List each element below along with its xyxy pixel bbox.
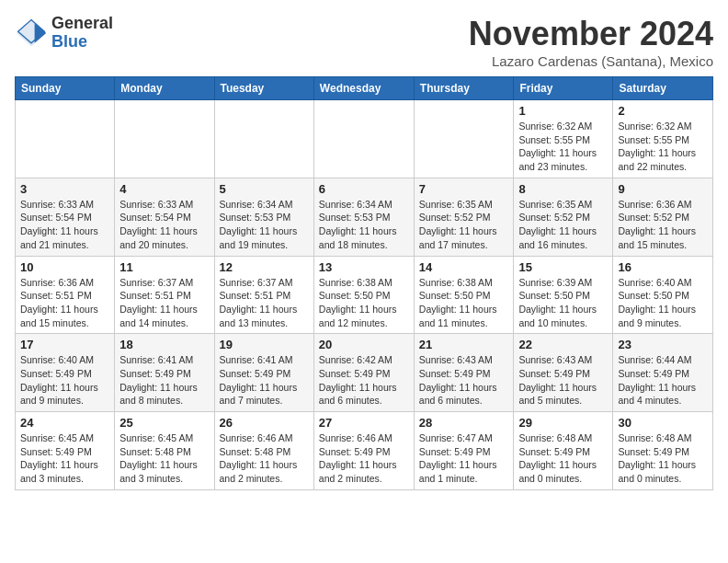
day-info: Sunrise: 6:40 AM Sunset: 5:50 PM Dayligh… — [618, 276, 708, 330]
day-number: 14 — [419, 260, 509, 274]
day-number: 6 — [319, 182, 409, 196]
title-block: November 2024 Lazaro Cardenas (Santana),… — [469, 15, 713, 69]
day-info: Sunrise: 6:46 AM Sunset: 5:48 PM Dayligh… — [220, 431, 309, 486]
calendar-day-cell — [16, 100, 115, 178]
day-number: 23 — [618, 338, 708, 351]
day-number: 3 — [20, 182, 109, 196]
day-info: Sunrise: 6:42 AM Sunset: 5:49 PM Dayligh… — [319, 353, 409, 408]
logo: General Blue — [15, 15, 113, 52]
day-number: 7 — [419, 182, 509, 196]
day-number: 25 — [119, 416, 209, 430]
calendar-day-cell: 5Sunrise: 6:34 AM Sunset: 5:53 PM Daylig… — [214, 178, 313, 256]
day-of-week-header: Saturday — [613, 77, 713, 100]
day-of-week-header: Friday — [514, 77, 613, 100]
svg-marker-1 — [35, 23, 47, 43]
day-number: 9 — [618, 182, 708, 196]
calendar-week-row: 24Sunrise: 6:45 AM Sunset: 5:49 PM Dayli… — [16, 412, 713, 490]
day-number: 5 — [220, 182, 309, 196]
day-info: Sunrise: 6:34 AM Sunset: 5:53 PM Dayligh… — [319, 198, 409, 252]
location: Lazaro Cardenas (Santana), Mexico — [469, 53, 713, 69]
day-info: Sunrise: 6:32 AM Sunset: 5:55 PM Dayligh… — [518, 120, 608, 174]
day-number: 10 — [20, 260, 109, 274]
calendar-day-cell: 15Sunrise: 6:39 AM Sunset: 5:50 PM Dayli… — [514, 256, 613, 334]
calendar-day-cell: 3Sunrise: 6:33 AM Sunset: 5:54 PM Daylig… — [16, 178, 115, 256]
day-number: 18 — [119, 338, 209, 351]
day-info: Sunrise: 6:33 AM Sunset: 5:54 PM Dayligh… — [20, 198, 109, 252]
calendar-day-cell: 22Sunrise: 6:43 AM Sunset: 5:49 PM Dayli… — [514, 334, 613, 412]
day-of-week-header: Sunday — [16, 77, 115, 100]
calendar-week-row: 1Sunrise: 6:32 AM Sunset: 5:55 PM Daylig… — [16, 100, 713, 178]
day-info: Sunrise: 6:48 AM Sunset: 5:49 PM Dayligh… — [618, 431, 708, 486]
day-of-week-header: Thursday — [414, 77, 514, 100]
day-number: 11 — [119, 260, 209, 274]
day-number: 13 — [319, 260, 409, 274]
calendar-day-cell — [313, 100, 414, 178]
calendar-week-row: 10Sunrise: 6:36 AM Sunset: 5:51 PM Dayli… — [16, 256, 713, 334]
calendar-day-cell: 28Sunrise: 6:47 AM Sunset: 5:49 PM Dayli… — [414, 412, 514, 490]
day-number: 16 — [618, 260, 708, 274]
calendar-day-cell: 18Sunrise: 6:41 AM Sunset: 5:49 PM Dayli… — [115, 334, 214, 412]
calendar-day-cell: 2Sunrise: 6:32 AM Sunset: 5:55 PM Daylig… — [613, 100, 713, 178]
day-number: 29 — [518, 416, 608, 430]
day-number: 21 — [419, 338, 509, 351]
calendar-day-cell: 21Sunrise: 6:43 AM Sunset: 5:49 PM Dayli… — [414, 334, 514, 412]
calendar-day-cell: 10Sunrise: 6:36 AM Sunset: 5:51 PM Dayli… — [16, 256, 115, 334]
day-number: 12 — [220, 260, 309, 274]
calendar-day-cell: 20Sunrise: 6:42 AM Sunset: 5:49 PM Dayli… — [313, 334, 414, 412]
day-info: Sunrise: 6:38 AM Sunset: 5:50 PM Dayligh… — [419, 276, 509, 330]
calendar-day-cell — [214, 100, 313, 178]
day-info: Sunrise: 6:48 AM Sunset: 5:49 PM Dayligh… — [518, 431, 608, 486]
day-info: Sunrise: 6:41 AM Sunset: 5:49 PM Dayligh… — [119, 353, 209, 408]
day-number: 30 — [618, 416, 708, 430]
day-number: 22 — [518, 338, 608, 351]
day-info: Sunrise: 6:35 AM Sunset: 5:52 PM Dayligh… — [518, 198, 608, 252]
calendar-day-cell: 4Sunrise: 6:33 AM Sunset: 5:54 PM Daylig… — [115, 178, 214, 256]
day-number: 24 — [20, 416, 109, 430]
calendar-day-cell: 11Sunrise: 6:37 AM Sunset: 5:51 PM Dayli… — [115, 256, 214, 334]
calendar-day-cell: 17Sunrise: 6:40 AM Sunset: 5:49 PM Dayli… — [16, 334, 115, 412]
day-of-week-header: Monday — [115, 77, 214, 100]
calendar-day-cell — [414, 100, 514, 178]
calendar-day-cell: 6Sunrise: 6:34 AM Sunset: 5:53 PM Daylig… — [313, 178, 414, 256]
calendar-day-cell: 19Sunrise: 6:41 AM Sunset: 5:49 PM Dayli… — [214, 334, 313, 412]
calendar-header-row: SundayMondayTuesdayWednesdayThursdayFrid… — [16, 77, 713, 100]
day-number: 8 — [518, 182, 608, 196]
day-info: Sunrise: 6:35 AM Sunset: 5:52 PM Dayligh… — [419, 198, 509, 252]
month-title: November 2024 — [469, 15, 713, 53]
day-number: 20 — [319, 338, 409, 351]
calendar-week-row: 17Sunrise: 6:40 AM Sunset: 5:49 PM Dayli… — [16, 334, 713, 412]
logo-icon — [15, 17, 48, 50]
day-info: Sunrise: 6:46 AM Sunset: 5:49 PM Dayligh… — [319, 431, 409, 486]
day-of-week-header: Wednesday — [313, 77, 414, 100]
calendar-day-cell: 7Sunrise: 6:35 AM Sunset: 5:52 PM Daylig… — [414, 178, 514, 256]
logo-general: General — [51, 14, 113, 32]
day-number: 2 — [618, 104, 708, 118]
calendar-day-cell: 9Sunrise: 6:36 AM Sunset: 5:52 PM Daylig… — [613, 178, 713, 256]
day-info: Sunrise: 6:44 AM Sunset: 5:49 PM Dayligh… — [618, 353, 708, 408]
calendar-day-cell: 16Sunrise: 6:40 AM Sunset: 5:50 PM Dayli… — [613, 256, 713, 334]
day-info: Sunrise: 6:36 AM Sunset: 5:51 PM Dayligh… — [20, 276, 109, 330]
calendar-day-cell: 29Sunrise: 6:48 AM Sunset: 5:49 PM Dayli… — [514, 412, 613, 490]
calendar-day-cell: 12Sunrise: 6:37 AM Sunset: 5:51 PM Dayli… — [214, 256, 313, 334]
page-header: General Blue November 2024 Lazaro Carden… — [15, 15, 713, 69]
day-number: 26 — [220, 416, 309, 430]
day-info: Sunrise: 6:38 AM Sunset: 5:50 PM Dayligh… — [319, 276, 409, 330]
day-number: 1 — [518, 104, 608, 118]
day-number: 17 — [20, 338, 109, 351]
calendar-day-cell: 25Sunrise: 6:45 AM Sunset: 5:48 PM Dayli… — [115, 412, 214, 490]
day-info: Sunrise: 6:37 AM Sunset: 5:51 PM Dayligh… — [220, 276, 309, 330]
calendar-day-cell: 30Sunrise: 6:48 AM Sunset: 5:49 PM Dayli… — [613, 412, 713, 490]
day-info: Sunrise: 6:43 AM Sunset: 5:49 PM Dayligh… — [419, 353, 509, 408]
calendar-day-cell: 26Sunrise: 6:46 AM Sunset: 5:48 PM Dayli… — [214, 412, 313, 490]
day-info: Sunrise: 6:36 AM Sunset: 5:52 PM Dayligh… — [618, 198, 708, 252]
calendar-day-cell: 27Sunrise: 6:46 AM Sunset: 5:49 PM Dayli… — [313, 412, 414, 490]
day-number: 15 — [518, 260, 608, 274]
calendar-week-row: 3Sunrise: 6:33 AM Sunset: 5:54 PM Daylig… — [16, 178, 713, 256]
day-info: Sunrise: 6:34 AM Sunset: 5:53 PM Dayligh… — [220, 198, 309, 252]
day-info: Sunrise: 6:39 AM Sunset: 5:50 PM Dayligh… — [518, 276, 608, 330]
day-number: 27 — [319, 416, 409, 430]
calendar-day-cell: 1Sunrise: 6:32 AM Sunset: 5:55 PM Daylig… — [514, 100, 613, 178]
calendar-table: SundayMondayTuesdayWednesdayThursdayFrid… — [15, 76, 713, 490]
calendar-day-cell: 13Sunrise: 6:38 AM Sunset: 5:50 PM Dayli… — [313, 256, 414, 334]
logo-blue: Blue — [51, 32, 87, 51]
